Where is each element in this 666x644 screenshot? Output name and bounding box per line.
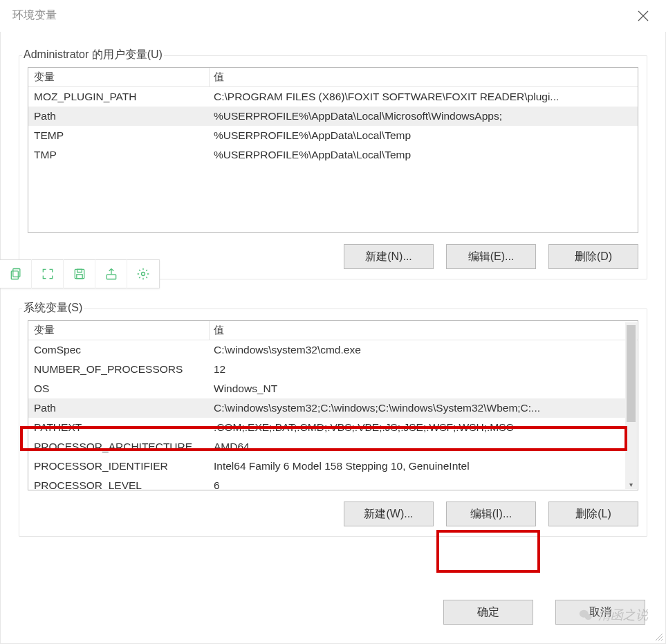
sys-vars-list[interactable]: 变量 值 ComSpecC:\windows\system32\cmd.exeN…	[28, 320, 638, 490]
resize-grip[interactable]	[654, 632, 663, 641]
window-title: 环境变量	[12, 8, 57, 23]
cell-value: Windows_NT	[210, 383, 625, 395]
sys-vars-buttons: 新建(W)... 编辑(I)... 删除(L)	[28, 502, 638, 526]
cell-name: PROCESSOR_LEVEL	[28, 479, 210, 490]
cell-name: PROCESSOR_IDENTIFIER	[28, 460, 210, 472]
table-row[interactable]: PathC:\windows\system32;C:\windows;C:\wi…	[28, 398, 625, 418]
titlebar: 环境变量	[0, 0, 666, 32]
cell-value: 6	[210, 479, 625, 490]
col-name[interactable]: 变量	[28, 321, 210, 340]
col-value[interactable]: 值	[210, 68, 638, 86]
floating-toolbox	[0, 259, 160, 288]
col-value[interactable]: 值	[210, 321, 638, 340]
cell-value: AMD64	[210, 441, 625, 453]
cell-value: %USERPROFILE%\AppData\Local\Microsoft\Wi…	[210, 110, 638, 122]
watermark-text: 渭函之说	[598, 607, 648, 623]
table-row[interactable]: PROCESSOR_IDENTIFIERIntel64 Family 6 Mod…	[28, 457, 625, 476]
sys-vars-label: 系统变量(S)	[22, 301, 84, 315]
tool-share-icon[interactable]	[95, 259, 127, 288]
cell-name: Path	[28, 402, 210, 414]
tool-copy-icon[interactable]	[0, 259, 32, 288]
sys-del-button[interactable]: 删除(L)	[548, 502, 638, 526]
user-vars-list[interactable]: 变量 值 MOZ_PLUGIN_PATHC:\PROGRAM FILES (X8…	[28, 67, 638, 233]
cell-name: TMP	[28, 149, 210, 161]
table-row[interactable]: PROCESSOR_LEVEL6	[28, 476, 625, 490]
table-row[interactable]: NUMBER_OF_PROCESSORS12	[28, 360, 625, 379]
scroll-thumb[interactable]	[627, 325, 636, 422]
cell-value: %USERPROFILE%\AppData\Local\Temp	[210, 149, 638, 161]
user-vars-header: 变量 值	[28, 68, 638, 87]
watermark: 渭函之说	[577, 607, 648, 623]
close-icon[interactable]	[631, 4, 655, 28]
table-row[interactable]: ComSpecC:\windows\system32\cmd.exe	[28, 340, 625, 360]
cell-name: Path	[28, 110, 210, 122]
table-row[interactable]: PATHEXT.COM;.EXE;.BAT;.CMD;.VBS;.VBE;.JS…	[28, 418, 625, 437]
scroll-down-icon[interactable]: ▾	[625, 479, 637, 490]
cell-value: %USERPROFILE%\AppData\Local\Temp	[210, 129, 638, 142]
table-row[interactable]: TMP%USERPROFILE%\AppData\Local\Temp	[28, 145, 638, 165]
table-row[interactable]: OSWindows_NT	[28, 379, 625, 398]
cell-name: OS	[28, 383, 210, 395]
cell-name: PROCESSOR_ARCHITECTURE	[28, 441, 210, 453]
svg-line-13	[661, 639, 663, 641]
table-row[interactable]: Path%USERPROFILE%\AppData\Local\Microsof…	[28, 107, 638, 126]
cell-name: PATHEXT	[28, 421, 210, 434]
table-row[interactable]: MOZ_PLUGIN_PATHC:\PROGRAM FILES (X86)\FO…	[28, 87, 638, 107]
sys-vars-group: 系统变量(S) 变量 值 ComSpecC:\windows\system32\…	[19, 309, 647, 537]
cell-name: MOZ_PLUGIN_PATH	[28, 91, 210, 103]
tool-settings-icon[interactable]	[127, 259, 159, 288]
sys-edit-button[interactable]: 编辑(I)...	[446, 502, 536, 526]
table-row[interactable]: PROCESSOR_ARCHITECTUREAMD64	[28, 437, 625, 457]
ok-button[interactable]: 确定	[443, 600, 533, 625]
sys-new-button[interactable]: 新建(W)...	[344, 502, 434, 526]
scrollbar[interactable]: ▴ ▾	[625, 322, 637, 489]
svg-rect-6	[76, 275, 82, 279]
cell-value: C:\PROGRAM FILES (X86)\FOXIT SOFTWARE\FO…	[210, 91, 638, 103]
svg-rect-7	[107, 275, 115, 279]
svg-rect-3	[11, 271, 18, 279]
cell-value: C:\windows\system32;C:\windows;C:\window…	[210, 402, 625, 414]
cell-value: .COM;.EXE;.BAT;.CMD;.VBS;.VBE;.JS;.JSE;.…	[210, 421, 625, 434]
cell-name: ComSpec	[28, 344, 210, 356]
cell-name: NUMBER_OF_PROCESSORS	[28, 363, 210, 376]
cell-value: C:\windows\system32\cmd.exe	[210, 344, 625, 356]
tool-expand-icon[interactable]	[32, 259, 64, 288]
dialog-body: Administrator 的用户变量(U) 变量 值 MOZ_PLUGIN_P…	[0, 32, 666, 644]
col-name[interactable]: 变量	[28, 68, 210, 86]
tool-save-icon[interactable]	[64, 259, 95, 288]
user-new-button[interactable]: 新建(N)...	[344, 244, 434, 269]
cell-value: Intel64 Family 6 Model 158 Stepping 10, …	[210, 460, 625, 472]
svg-rect-2	[12, 269, 19, 277]
sys-vars-header: 变量 值	[28, 321, 638, 340]
svg-point-8	[142, 273, 145, 276]
user-edit-button[interactable]: 编辑(E)...	[446, 244, 536, 269]
cell-value: 12	[210, 363, 625, 376]
user-vars-group: Administrator 的用户变量(U) 变量 值 MOZ_PLUGIN_P…	[19, 55, 647, 279]
svg-rect-5	[77, 269, 82, 272]
cell-name: TEMP	[28, 129, 210, 142]
user-vars-label: Administrator 的用户变量(U)	[22, 48, 164, 62]
wechat-icon	[577, 607, 594, 623]
user-del-button[interactable]: 删除(D)	[548, 244, 638, 269]
svg-point-10	[585, 614, 592, 620]
table-row[interactable]: TEMP%USERPROFILE%\AppData\Local\Temp	[28, 126, 638, 145]
